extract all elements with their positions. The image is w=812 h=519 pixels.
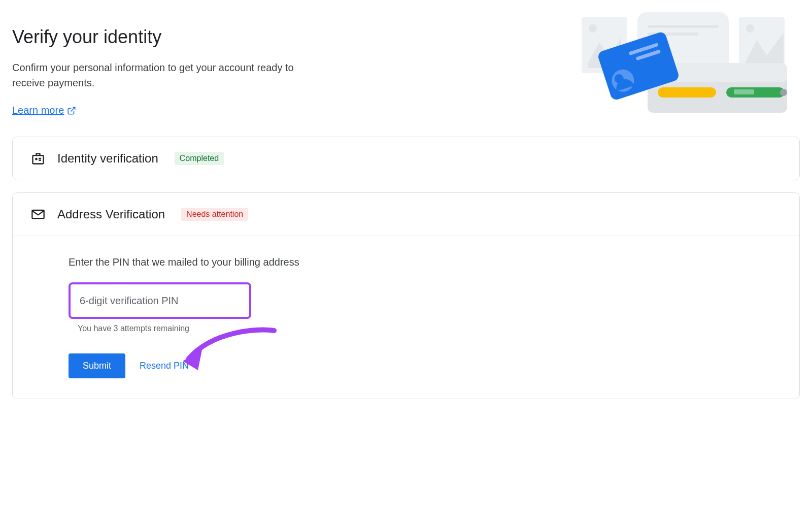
page-subtitle: Confirm your personal information to get… <box>12 60 317 90</box>
identity-verification-card: Identity verification Completed <box>12 137 800 180</box>
svg-rect-21 <box>33 155 44 164</box>
external-link-icon <box>67 106 76 115</box>
resend-pin-link[interactable]: Resend PIN <box>140 361 189 371</box>
svg-point-9 <box>746 24 754 33</box>
page-title: Verify your identity <box>12 26 317 48</box>
svg-point-15 <box>780 89 787 96</box>
id-badge-icon <box>31 151 45 166</box>
svg-line-0 <box>71 107 75 111</box>
status-badge-completed: Completed <box>175 152 224 165</box>
envelope-icon <box>31 207 45 221</box>
address-card-title: Address Verification <box>57 207 165 221</box>
svg-rect-5 <box>648 25 719 28</box>
svg-rect-14 <box>734 89 754 94</box>
pin-instruction: Enter the PIN that we mailed to your bil… <box>69 256 781 268</box>
submit-button[interactable]: Submit <box>69 353 125 378</box>
learn-more-link[interactable]: Learn more <box>12 105 76 116</box>
verification-illustration <box>582 12 800 114</box>
learn-more-label: Learn more <box>12 105 64 116</box>
status-badge-attention: Needs attention <box>181 208 248 221</box>
svg-point-22 <box>35 158 38 160</box>
attempts-remaining: You have 3 attempts remaining <box>78 324 781 333</box>
svg-point-3 <box>589 24 597 33</box>
identity-card-title: Identity verification <box>57 151 158 166</box>
pin-input[interactable] <box>69 282 251 319</box>
svg-rect-12 <box>658 87 716 98</box>
address-verification-card: Address Verification Needs attention Ent… <box>12 192 800 399</box>
